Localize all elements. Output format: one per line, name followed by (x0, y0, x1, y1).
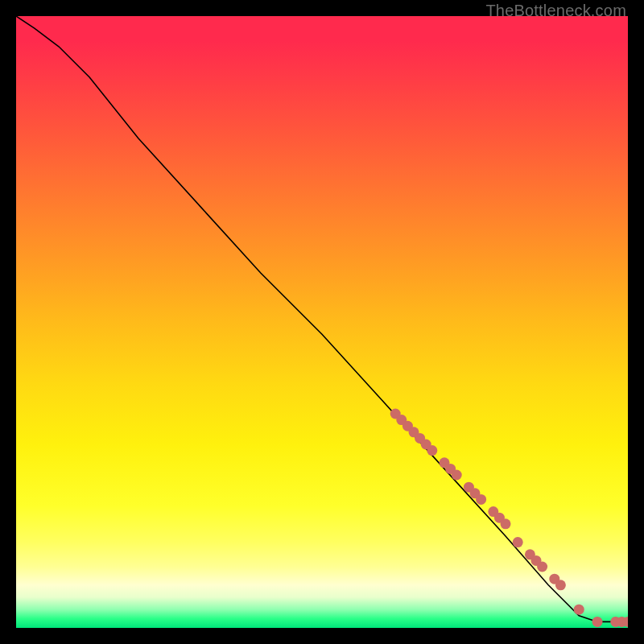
data-point (427, 445, 437, 456)
data-point (555, 580, 566, 590)
data-point (476, 494, 486, 505)
data-point (574, 605, 584, 615)
data-point (452, 470, 462, 481)
watermark-text: TheBottleneck.com (485, 2, 626, 20)
chart-overlay (16, 16, 628, 628)
curve-line (16, 16, 628, 621)
plot-area (16, 16, 628, 628)
scatter-points (390, 409, 628, 627)
data-point (592, 617, 603, 627)
data-point (501, 518, 511, 529)
data-point (513, 537, 523, 547)
chart-frame: TheBottleneck.com (0, 0, 644, 644)
data-point (537, 562, 547, 572)
